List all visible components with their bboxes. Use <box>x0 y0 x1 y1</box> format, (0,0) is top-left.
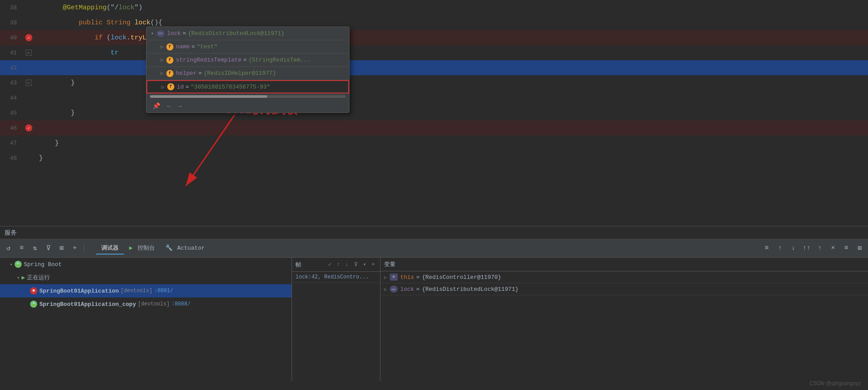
popup-row-srt[interactable]: ▷ f stringRedisTemplate = {StringRedisTe… <box>146 54 349 67</box>
tab-actuator[interactable]: 🔧 Actuator <box>160 243 210 254</box>
popup-var-srt: stringRedisTemplate <box>176 57 242 63</box>
code-content-47: } <box>35 139 868 147</box>
expand-arrow-helper[interactable]: ▷ <box>161 70 164 76</box>
field-icon-id: f <box>167 83 174 90</box>
tree-panel: ▾ 🍃 Spring Boot ▾ ▶ 正在运行 ■ SpringBoot01A… <box>0 258 292 381</box>
spring-icon-app2: 🍃 <box>30 301 37 308</box>
expand-arrow-srt[interactable]: ▷ <box>161 57 164 63</box>
toolbar-step-into-up[interactable]: ↑ <box>774 243 786 254</box>
expand-arrow-id[interactable]: ▷ <box>161 84 165 90</box>
tree-expand-running[interactable]: ▾ <box>17 275 20 281</box>
frames-up-btn[interactable]: ↑ <box>335 261 342 269</box>
var-name-this: this <box>400 274 414 281</box>
debug-popup: ▾ oo lock = {RedisDistributedLock@11971}… <box>146 27 350 113</box>
line-number-46: 46 <box>0 125 22 131</box>
fold-43[interactable]: ▷ <box>26 80 32 86</box>
console-icon: ▶ <box>129 245 133 251</box>
toolbar-refresh-btn[interactable]: ↺ <box>3 243 14 254</box>
popup-pin-btn[interactable]: 📌 <box>151 101 162 111</box>
variables-header: 变量 <box>380 258 868 271</box>
tree-item-app1[interactable]: ■ SpringBoot01Application [devtools] :80… <box>0 284 292 297</box>
frame-item-0[interactable]: lock:42, RedisContro... <box>292 272 380 283</box>
toolbar-step-over[interactable]: ≡ <box>761 243 772 254</box>
gutter-40 <box>22 34 35 41</box>
toolbar-settings[interactable]: ≡ <box>841 243 852 254</box>
code-line-42: 42 <box>0 60 868 75</box>
fold-41[interactable]: ▷ <box>26 50 32 56</box>
expand-arrow-lock[interactable]: ▾ <box>151 31 154 36</box>
var-row-this[interactable]: ▷ ≡ this = {RedisController@11970} <box>380 271 868 283</box>
frames-filter-btn[interactable]: ⊽ <box>352 260 360 269</box>
toolbar-align-btn[interactable]: ≡ <box>16 243 27 254</box>
app1-name: SpringBoot01Application <box>39 288 119 294</box>
tab-debugger[interactable]: 调试器 <box>96 242 124 255</box>
popup-eq-lock: = <box>183 30 186 37</box>
expand-lock[interactable]: ▷ <box>384 286 387 292</box>
gutter-43: ▷ <box>22 80 35 86</box>
tree-item-springboot[interactable]: ▾ 🍃 Spring Boot <box>0 258 292 271</box>
line-number-42: 42 <box>0 65 22 71</box>
var-row-lock[interactable]: ▷ oo lock = {RedisDistributedLock@11971} <box>380 283 868 295</box>
popup-forward-btn[interactable]: → <box>176 102 183 111</box>
springboot-label: Spring Boot <box>24 261 62 268</box>
breakpoint-40[interactable] <box>25 34 32 41</box>
toolbar-add-btn[interactable]: + <box>69 243 81 254</box>
line-number-44: 44 <box>0 95 22 101</box>
field-icon-helper: f <box>166 70 173 77</box>
toolbar-layout-btn[interactable]: ⊞ <box>56 243 67 254</box>
code-line-45: 45 } <box>0 105 868 120</box>
popup-row-name[interactable]: ▷ f name = "test" <box>146 40 349 54</box>
popup-row-id[interactable]: ▷ f id = "305018015783456775-93" <box>146 80 349 93</box>
tab-console[interactable]: ▶ 控制台 <box>124 242 160 255</box>
toolbar-step-out[interactable]: ↑↑ <box>801 243 812 254</box>
popup-val-helper: {RedisIDHelper@11977} <box>204 70 276 77</box>
var-value-lock: {RedisDistributedLock@11971} <box>422 286 518 293</box>
app1-port[interactable]: :8081/ <box>154 288 173 294</box>
oo-icon: oo <box>157 30 165 37</box>
run-icon: ▶ <box>22 274 25 281</box>
expand-this[interactable]: ▷ <box>384 274 387 280</box>
popup-var-id: id <box>177 84 184 90</box>
annotation-token: @GetMapping <box>63 4 107 12</box>
popup-row-helper[interactable]: ▷ f helper = {RedisIDHelper@11977} <box>146 67 349 80</box>
frames-down-btn[interactable]: ↓ <box>343 261 350 269</box>
popup-var-helper: helper <box>176 70 197 77</box>
toolbar-sort-btn[interactable]: ⇅ <box>29 243 41 254</box>
services-label: 服务 <box>4 229 17 237</box>
app2-name: SpringBoot01Application_copy <box>39 301 136 308</box>
toolbar-filter-btn[interactable]: ⊽ <box>42 243 54 254</box>
breakpoint-46[interactable] <box>25 124 32 131</box>
line-number-43: 43 <box>0 80 22 86</box>
frames-add-btn[interactable]: + <box>370 261 376 269</box>
tree-item-running[interactable]: ▾ ▶ 正在运行 <box>0 271 292 284</box>
popup-val-id: "305018015783456775-93" <box>191 84 270 90</box>
stop-icon-app1: ■ <box>30 287 37 294</box>
services-bar: 服务 <box>0 227 868 239</box>
popup-scrollbar[interactable] <box>150 95 346 98</box>
watermark: CSDN @qingsongxyz <box>810 380 861 386</box>
popup-actions: 📌 ← → <box>146 100 349 112</box>
popup-row-lock[interactable]: ▾ oo lock = {RedisDistributedLock@11971} <box>146 27 349 40</box>
popup-var-lock: lock <box>167 30 181 37</box>
expand-arrow-name[interactable]: ▷ <box>161 44 164 50</box>
toolbar-table-view[interactable]: ⊞ <box>854 243 865 254</box>
debug-tabs-area: 调试器 ▶ 控制台 🔧 Actuator <box>87 242 759 255</box>
frames-panel: 帧 ✓ ↑ ↓ ⊽ ▾ + lock:42, RedisContro... <box>292 258 380 381</box>
tree-expand-springboot[interactable]: ▾ <box>10 262 13 267</box>
toolbar-run-to[interactable]: ↑ <box>814 243 826 254</box>
frames-more-btn[interactable]: ▾ <box>361 260 368 269</box>
tree-item-app2[interactable]: 🍃 SpringBoot01Application_copy [devtools… <box>0 297 292 311</box>
popup-back-btn[interactable]: ← <box>165 102 173 111</box>
frames-check-btn[interactable]: ✓ <box>326 260 333 269</box>
frames-label: 帧 <box>296 261 301 269</box>
code-line-41: 41 ▷ tr <box>0 45 868 60</box>
app2-port[interactable]: :8088/ <box>171 301 190 307</box>
variables-label: 变量 <box>384 260 396 268</box>
gutter-41: ▷ <box>22 50 35 56</box>
line-number-39: 39 <box>0 19 22 26</box>
toolbar-evaluate[interactable]: × <box>827 243 839 254</box>
running-label: 正在运行 <box>27 274 50 282</box>
toolbar-step-into-dn[interactable]: ↓ <box>787 243 799 254</box>
main-content-row: ▾ 🍃 Spring Boot ▾ ▶ 正在运行 ■ SpringBoot01A… <box>0 258 868 381</box>
right-toolbar: ≡ ↑ ↓ ↑↑ ↑ × ≡ ⊞ <box>761 243 865 254</box>
